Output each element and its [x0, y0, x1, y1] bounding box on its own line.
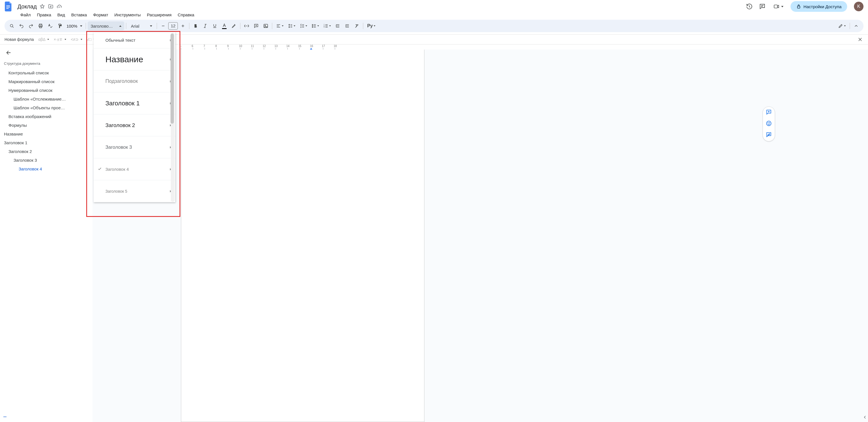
ruler-number: 14: [286, 44, 289, 47]
style-option[interactable]: Заголовок 3: [94, 136, 175, 158]
menu-insert[interactable]: Вставка: [68, 11, 90, 18]
paint-format-icon[interactable]: [55, 22, 64, 30]
chevron-down-icon: [329, 25, 331, 27]
insert-link-button[interactable]: [242, 22, 251, 30]
history-icon[interactable]: [745, 3, 753, 10]
style-option-label: Обычный текст: [105, 38, 135, 42]
style-option[interactable]: Заголовок 5: [94, 180, 175, 202]
redo-icon[interactable]: [27, 22, 35, 30]
add-comment-icon[interactable]: [766, 109, 772, 116]
suggest-edits-icon[interactable]: [766, 132, 772, 139]
dropdown-scrollbar[interactable]: [171, 33, 175, 202]
ruler-number: 10: [239, 44, 242, 47]
outline-item[interactable]: Вставка изображений: [4, 112, 85, 121]
outline-item[interactable]: Заголовок 2: [4, 147, 85, 156]
align-button[interactable]: [274, 22, 285, 30]
outline-item[interactable]: Контрольный список: [4, 68, 85, 77]
vertical-ruler[interactable]: [87, 50, 92, 422]
ruler-number: 18: [334, 44, 337, 47]
style-option[interactable]: Название: [94, 48, 175, 70]
paragraph-style-select[interactable]: Заголово…: [88, 22, 124, 30]
ruler-number: 5: [181, 44, 182, 47]
insert-image-button[interactable]: [261, 22, 270, 30]
underline-button[interactable]: [210, 22, 219, 30]
ruler-number: 8: [215, 44, 217, 47]
meet-button[interactable]: [771, 3, 785, 10]
separator: [363, 23, 363, 29]
horizontal-ruler[interactable]: 56789101112131415161718: [87, 44, 868, 50]
menu-format[interactable]: Формат: [90, 11, 111, 18]
outline-item[interactable]: Название: [4, 130, 85, 138]
indent-decrease-button[interactable]: [333, 22, 342, 30]
style-option[interactable]: Заголовок 1: [94, 92, 175, 115]
spellcheck-icon[interactable]: [45, 22, 55, 30]
move-folder-icon[interactable]: [48, 4, 54, 9]
svg-rect-1: [6, 7, 10, 7]
explore-chevron-icon[interactable]: [862, 415, 867, 421]
equation-ops-icon[interactable]: ×∙±∓: [54, 37, 66, 42]
font-size-increase[interactable]: [178, 22, 187, 30]
clear-formatting-button[interactable]: [352, 22, 361, 30]
svg-rect-0: [6, 6, 10, 6]
text-color-button[interactable]: [220, 22, 229, 30]
menu-view[interactable]: Вид: [55, 11, 68, 18]
chevron-up-icon: [119, 25, 121, 27]
cloud-saved-icon[interactable]: [56, 4, 62, 9]
add-comment-button[interactable]: [252, 22, 261, 30]
font-size-input[interactable]: 12: [168, 22, 178, 30]
outline-item[interactable]: Шаблон «Отслеживание…: [4, 95, 85, 103]
font-family-select[interactable]: Arial: [128, 22, 155, 30]
comments-icon[interactable]: [758, 3, 766, 10]
outline-back-icon[interactable]: [4, 48, 13, 57]
style-option[interactable]: Заголовок 2: [94, 115, 175, 136]
indent-increase-button[interactable]: [343, 22, 352, 30]
star-icon[interactable]: [39, 4, 45, 9]
search-icon[interactable]: [7, 22, 17, 30]
svg-rect-3: [774, 5, 778, 8]
checklist-button[interactable]: [298, 22, 309, 30]
highlight-color-button[interactable]: [229, 22, 239, 30]
menu-file[interactable]: Файл: [18, 11, 34, 18]
undo-icon[interactable]: [17, 22, 26, 30]
docs-logo-icon[interactable]: [3, 1, 14, 12]
outline-item[interactable]: Маркированный список: [4, 77, 85, 86]
menu-edit[interactable]: Правка: [34, 11, 54, 18]
zoom-select[interactable]: 100%: [65, 24, 84, 28]
bulleted-list-button[interactable]: [309, 22, 321, 30]
editing-mode-button[interactable]: [836, 22, 848, 30]
collapse-toolbar-button[interactable]: [851, 22, 861, 30]
equation-rel-icon[interactable]: <≠⊃: [71, 37, 82, 42]
outline-item[interactable]: Заголовок 4: [4, 164, 85, 173]
style-option[interactable]: Подзаголовок: [94, 70, 175, 92]
menu-tools[interactable]: Инструменты: [112, 11, 144, 18]
scrollbar-thumb[interactable]: [170, 34, 174, 124]
close-icon[interactable]: [856, 35, 865, 44]
style-option[interactable]: Обычный текст: [94, 32, 175, 48]
outline-item[interactable]: Заголовок 3: [4, 156, 85, 164]
italic-button[interactable]: [200, 22, 210, 30]
equation-greek-icon[interactable]: αβΔ: [38, 37, 49, 42]
outline-item[interactable]: Шаблон «Объекты прое…: [4, 103, 85, 112]
toolbar: 100% Заголово… Arial 12 123 Ру: [4, 20, 864, 32]
outline-item[interactable]: Нумерованный список: [4, 86, 85, 95]
bold-button[interactable]: [191, 22, 200, 30]
separator: [272, 23, 272, 29]
line-spacing-button[interactable]: [286, 22, 297, 30]
print-icon[interactable]: [36, 22, 45, 30]
numbered-list-button[interactable]: 123: [321, 22, 333, 30]
menu-extensions[interactable]: Расширения: [144, 11, 174, 18]
style-option[interactable]: Заголовок 4: [94, 158, 175, 180]
outline-item[interactable]: Формулы: [4, 121, 85, 130]
share-button[interactable]: Настройки Доступа: [790, 1, 847, 12]
account-avatar[interactable]: K: [854, 2, 864, 11]
outline-item[interactable]: Заголовок 1: [4, 138, 85, 147]
input-tools-button[interactable]: Ру: [365, 22, 377, 30]
document-page[interactable]: [181, 50, 425, 422]
emoji-icon[interactable]: [766, 120, 772, 128]
doc-title[interactable]: Доклад: [18, 3, 37, 10]
equation-new-label[interactable]: Новая формула: [4, 37, 34, 42]
menu-help[interactable]: Справка: [175, 11, 197, 18]
check-icon: [97, 166, 102, 172]
style-option-label: Заголовок 5: [105, 189, 127, 194]
font-size-decrease[interactable]: [159, 22, 168, 30]
